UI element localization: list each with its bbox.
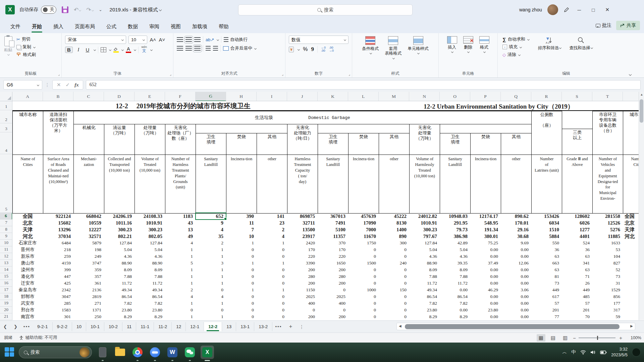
cell-value[interactable]: 11357 bbox=[318, 233, 348, 240]
cell-value[interactable]: 400 bbox=[318, 300, 348, 307]
horizontal-scrollbar[interactable]: ◀ ▶ bbox=[396, 323, 635, 330]
cell-value[interactable]: 4.36 bbox=[135, 253, 165, 260]
cell-value[interactable]: 43 bbox=[165, 220, 196, 226]
cell-value[interactable]: 2025 bbox=[287, 293, 318, 300]
cell-value[interactable]: 23.80 bbox=[470, 307, 501, 313]
taskbar-app-word[interactable]: W bbox=[166, 346, 179, 359]
cell-city-name-repeat[interactable] bbox=[623, 313, 639, 320]
column-header-R[interactable]: R bbox=[531, 92, 562, 101]
cell-value[interactable]: 141 bbox=[257, 213, 287, 220]
cell-value[interactable]: 49.34 bbox=[409, 287, 440, 293]
cell-value[interactable]: 386.98 bbox=[440, 233, 470, 240]
increase-decimal-icon[interactable]: ←0 .00 bbox=[321, 46, 326, 53]
sheet-tab-11[interactable]: 11 bbox=[122, 322, 136, 331]
collapse-ribbon-icon[interactable] bbox=[628, 73, 631, 77]
cell-value[interactable]: 797.67 bbox=[409, 233, 440, 240]
cell-value[interactable]: 5 bbox=[165, 260, 196, 266]
cell-value[interactable]: 1750 bbox=[348, 240, 379, 246]
cell-value[interactable]: 400 bbox=[287, 300, 318, 307]
cell-value[interactable]: 30.68 bbox=[501, 233, 531, 240]
cell-value[interactable]: 524 bbox=[562, 240, 592, 246]
column-header-partial[interactable] bbox=[623, 92, 639, 101]
cell-city-name-repeat[interactable] bbox=[623, 300, 639, 307]
cell-value[interactable]: 285 bbox=[43, 300, 73, 307]
cell-value[interactable]: 7000 bbox=[348, 226, 379, 233]
scroll-up-icon[interactable]: ▲ bbox=[639, 93, 644, 96]
cell-value[interactable]: 0 bbox=[257, 273, 287, 280]
cell-value[interactable]: 127.84 bbox=[409, 240, 440, 246]
cell-value[interactable]: 53 bbox=[592, 246, 623, 253]
cell-value[interactable]: 8.29 bbox=[409, 313, 440, 320]
sheet-tab-12-2[interactable]: 12-2 bbox=[204, 322, 222, 331]
cell-value[interactable]: 13500 bbox=[287, 226, 318, 233]
cell-value[interactable]: 42.89 bbox=[440, 240, 470, 246]
row-header-4[interactable]: 4 bbox=[0, 132, 12, 154]
cell-value[interactable]: 3 bbox=[196, 260, 226, 266]
cell-value[interactable]: 1 bbox=[165, 280, 196, 287]
cell-value[interactable]: 0 bbox=[226, 273, 257, 280]
cell-value[interactable]: 11 bbox=[226, 220, 257, 226]
phonetic-button[interactable]: wén文 bbox=[141, 46, 148, 54]
cell-value[interactable]: 1 bbox=[196, 253, 226, 260]
taskbar-app-browser[interactable] bbox=[148, 346, 162, 359]
cell-value[interactable]: 201 bbox=[562, 307, 592, 313]
cell-value[interactable]: 0 bbox=[226, 293, 257, 300]
cell-value[interactable]: 668042 bbox=[73, 213, 104, 220]
cell-value[interactable]: 24108.33 bbox=[135, 213, 165, 220]
accessibility-status[interactable]: 辅助功能: 不可用 bbox=[19, 335, 57, 341]
cell-value[interactable]: 249 bbox=[73, 253, 104, 260]
cell-value[interactable]: 856 bbox=[592, 293, 623, 300]
cell-value[interactable]: 1583 bbox=[43, 307, 73, 313]
grow-font-button[interactable]: A˄ bbox=[150, 37, 156, 43]
normal-view-icon[interactable]: ▦ bbox=[537, 334, 545, 342]
cell-value[interactable]: 1 bbox=[226, 240, 257, 246]
row-header-13[interactable]: 13 bbox=[0, 260, 12, 266]
cell-value[interactable]: 75.25 bbox=[470, 240, 501, 246]
cell-value[interactable]: 0 bbox=[379, 280, 409, 287]
cell-value[interactable]: 220 bbox=[318, 253, 348, 260]
cell-value[interactable]: 1000 bbox=[348, 287, 379, 293]
row-header-7[interactable]: 7 bbox=[0, 220, 12, 226]
row-header-8[interactable]: 8 bbox=[0, 226, 12, 233]
cell-value[interactable]: 370 bbox=[318, 240, 348, 246]
cell-city-name[interactable]: 滦州市 bbox=[12, 266, 43, 273]
cell-value[interactable]: 7.82 bbox=[440, 300, 470, 307]
vertical-scrollbar[interactable]: ▲ bbox=[639, 92, 644, 320]
row-header-9[interactable]: 9 bbox=[0, 233, 12, 240]
cell-value[interactable]: 0 bbox=[379, 300, 409, 307]
cell-city-name-repeat[interactable] bbox=[623, 253, 639, 260]
cell-value[interactable]: 35 bbox=[196, 233, 226, 240]
percent-style-icon[interactable]: % bbox=[303, 46, 308, 52]
cell-value[interactable]: 63 bbox=[562, 253, 592, 260]
format-cells-button[interactable]: 格式 bbox=[477, 36, 491, 69]
cell-value[interactable]: 0 bbox=[379, 307, 409, 313]
taskbar-app-wechat[interactable] bbox=[183, 346, 197, 359]
column-header-Q[interactable]: Q bbox=[501, 92, 531, 101]
cell-value[interactable]: 17090 bbox=[348, 220, 379, 226]
row-header-1[interactable]: 1 bbox=[0, 101, 12, 110]
cell-value[interactable]: 0 bbox=[379, 273, 409, 280]
cell-value[interactable]: 0.00 bbox=[501, 273, 531, 280]
cell-value[interactable]: 8130 bbox=[379, 220, 409, 226]
cell-value[interactable]: 26 bbox=[562, 280, 592, 287]
cell-value[interactable]: 104 bbox=[592, 253, 623, 260]
cell-value[interactable]: 663 bbox=[531, 260, 562, 266]
vertical-scroll-thumb[interactable] bbox=[640, 99, 643, 123]
ribbon-tab-文件[interactable]: 文件 bbox=[5, 21, 26, 33]
cell-value[interactable]: 1150 bbox=[287, 287, 318, 293]
cell-city-name[interactable]: 唐山市 bbox=[12, 260, 43, 266]
cell-value[interactable]: 0 bbox=[379, 246, 409, 253]
cell-value[interactable]: 4401 bbox=[562, 233, 592, 240]
cell-value[interactable]: 0 bbox=[379, 266, 409, 273]
cell-value[interactable]: 548.95 bbox=[470, 220, 501, 226]
zoom-out-icon[interactable]: − bbox=[573, 335, 576, 341]
cell-value[interactable]: 4.36 bbox=[409, 253, 440, 260]
font-color-button[interactable]: A bbox=[126, 47, 131, 53]
tray-chevron-icon[interactable]: ︿ bbox=[562, 349, 567, 355]
cell-value[interactable]: 31 bbox=[592, 280, 623, 287]
cell-city-name[interactable]: 迁安市 bbox=[12, 280, 43, 287]
cell-value[interactable]: 0.00 bbox=[470, 253, 501, 260]
cell-value[interactable]: 869875 bbox=[287, 213, 318, 220]
cell-city-name-repeat[interactable] bbox=[623, 280, 639, 287]
find-select-button[interactable]: 查找和选择 bbox=[567, 36, 595, 69]
